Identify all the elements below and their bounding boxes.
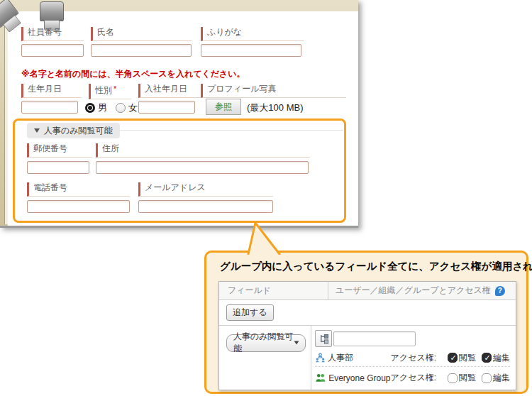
name-input[interactable] (91, 44, 192, 57)
field-cell: 人事のみ閲覧可能 (219, 326, 311, 390)
field-label-birthdate: 生年月日 (21, 84, 82, 98)
table-header: フィールド ユーザー／組織／グループとアクセス権 ? (219, 282, 516, 300)
field-label-profile-photo: プロフィール写真 (201, 84, 346, 98)
entity-picker (315, 330, 510, 347)
field-label-furigana: ふりがな (201, 27, 304, 41)
radio-male-label: 男 (98, 101, 107, 114)
field-label-email: メールアドレス (138, 182, 273, 197)
view-label: 閲覧 (459, 372, 476, 384)
access-rights-table: フィールド ユーザー／組織／グループとアクセス権 ? 追加する 人事のみ閲覧可能 (218, 281, 516, 390)
caret-down-icon (294, 341, 299, 344)
entity-name: 人事部 (315, 352, 390, 364)
group-divider-line (119, 130, 343, 131)
edit-label: 編集 (493, 372, 510, 384)
radio-male[interactable] (85, 103, 95, 113)
radio-female-label: 女 (128, 101, 138, 114)
photo-max-size-hint: (最大100 MB) (247, 101, 303, 114)
birthdate-input[interactable] (21, 101, 78, 114)
entity-name: Everyone Group (315, 373, 390, 383)
callout-tail (243, 221, 285, 255)
required-asterisk: * (113, 84, 116, 93)
view-checkbox[interactable] (448, 353, 458, 363)
field-label-employee-number: 社員番号 (21, 27, 84, 41)
field-label-name: 氏名 (91, 27, 192, 41)
caret-down-icon (34, 128, 40, 133)
callout-title: グループ内に入っているフィールド全てに、アクセス権が適用されます (220, 260, 521, 273)
phone-input[interactable] (27, 200, 130, 213)
name-space-note: ※名字と名前の間には、半角スペースを入れてください。 (21, 68, 245, 80)
access-rights-label: アクセス権: (391, 352, 436, 364)
add-button[interactable]: 追加する (226, 304, 274, 321)
group-title: 人事のみ閲覧可能 (44, 125, 113, 137)
edit-label: 編集 (493, 352, 510, 364)
field-label-join-date: 入社年月日 (138, 84, 206, 98)
field-label-postal-code: 郵便番号 (27, 143, 92, 158)
field-label-phone: 電話番号 (27, 182, 130, 197)
edit-checkbox[interactable] (482, 353, 492, 363)
access-cell: 人事部 アクセス権: 閲覧 編集 (311, 326, 516, 390)
address-input[interactable] (96, 161, 309, 174)
browse-button[interactable]: 参照 (206, 99, 241, 115)
paper-clip-icon (40, 1, 64, 21)
help-icon[interactable]: ? (495, 286, 505, 296)
access-row-everyone: Everyone Group アクセス権: 閲覧 編集 (315, 369, 510, 387)
entity-search-input[interactable] (333, 331, 416, 346)
paper-clip-icon (0, 0, 19, 28)
stacked-paper-edge (4, 14, 8, 224)
furigana-input[interactable] (201, 44, 301, 57)
group-collapse-toggle[interactable]: 人事のみ閲覧可能 (27, 123, 120, 138)
join-date-input[interactable] (138, 101, 195, 114)
column-header-access: ユーザー／組織／グループとアクセス権 ? (328, 282, 516, 299)
view-checkbox[interactable] (448, 373, 458, 383)
employee-number-input[interactable] (21, 44, 84, 57)
radio-female[interactable] (116, 103, 126, 113)
access-row-hr: 人事部 アクセス権: 閲覧 編集 (315, 349, 510, 367)
add-row: 追加する (219, 300, 516, 326)
org-tree-icon (318, 334, 329, 344)
view-label: 閲覧 (459, 352, 476, 364)
email-input[interactable] (138, 200, 273, 213)
access-rights-label: アクセス権: (391, 372, 436, 384)
group-icon (315, 373, 326, 383)
postal-code-input[interactable] (27, 161, 89, 174)
access-entry-row: 人事のみ閲覧可能 (219, 326, 516, 390)
field-label-gender: 性別* (89, 84, 131, 99)
field-select-dropdown[interactable]: 人事のみ閲覧可能 (226, 334, 306, 352)
org-tree-picker-button[interactable] (315, 330, 332, 347)
organization-icon (315, 353, 326, 363)
gender-radio-group: 男 女 (85, 101, 143, 114)
column-header-field: フィールド (219, 282, 328, 299)
edit-checkbox[interactable] (482, 373, 492, 383)
field-label-address: 住所 (96, 143, 310, 158)
